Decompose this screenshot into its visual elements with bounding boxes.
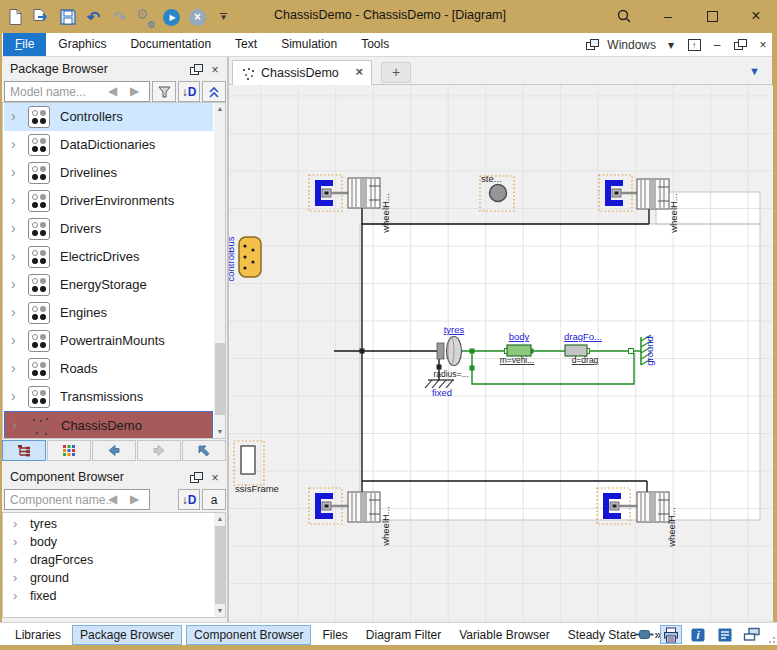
package-item-driverenvironments[interactable]: ›DriverEnvironments <box>4 187 213 215</box>
component-item-ground[interactable]: ›ground <box>4 569 213 587</box>
statusbar-libraries[interactable]: Libraries <box>8 626 68 644</box>
menu-graphics[interactable]: Graphics <box>46 33 118 56</box>
alpha-sort-button[interactable]: a <box>202 489 226 510</box>
scroll-up-icon[interactable]: ▲ <box>214 103 226 115</box>
package-item-powertrainmounts[interactable]: ›PowertrainMounts <box>4 327 213 355</box>
steering-component[interactable] <box>490 185 507 202</box>
expand-chevron-icon[interactable]: › <box>11 192 16 208</box>
float-panel-icon[interactable] <box>188 470 204 485</box>
maximize-icon[interactable] <box>701 5 723 27</box>
diagram-canvas[interactable]: wheelH...wheelH...wheelH...wheelH...ste.… <box>228 85 772 622</box>
redo-icon[interactable]: ↷ <box>110 8 129 27</box>
package-item-transmissions[interactable]: ›Transmissions <box>4 383 213 411</box>
statusbar-package-browser[interactable]: Package Browser <box>72 625 182 645</box>
package-item-drivelines[interactable]: ›Drivelines <box>4 159 213 187</box>
scroll-up-icon[interactable]: ▲ <box>214 513 226 525</box>
resize-grip[interactable] <box>766 634 775 643</box>
open-file-icon[interactable] <box>32 8 51 27</box>
minimize-icon[interactable]: – <box>709 38 725 53</box>
menu-file[interactable]: File <box>3 33 46 56</box>
expand-chevron-icon[interactable]: › <box>11 276 16 292</box>
diagram-view-icon[interactable] <box>660 625 682 644</box>
menu-text[interactable]: Text <box>223 33 269 56</box>
statusbar-files[interactable]: Files <box>315 626 354 644</box>
sort-button[interactable]: ↓D <box>178 489 200 510</box>
package-item-roads[interactable]: ›Roads <box>4 355 213 383</box>
expand-chevron-icon[interactable]: › <box>11 388 16 404</box>
expand-chevron-icon[interactable]: › <box>13 552 17 567</box>
package-item-energystorage[interactable]: ›EnergyStorage <box>4 271 213 299</box>
wheel-hub-front-left[interactable] <box>315 178 380 208</box>
float-panel-icon[interactable] <box>188 62 204 77</box>
close-icon[interactable]: × <box>745 5 767 27</box>
expand-chevron-icon[interactable]: › <box>11 360 16 376</box>
close-icon[interactable]: × <box>755 38 771 53</box>
control-bus-component[interactable] <box>239 237 261 277</box>
component-item-dragForces[interactable]: ›dragForces <box>4 551 213 569</box>
float-up-icon[interactable]: ↑ <box>686 38 702 53</box>
statusbar-diagram-filter[interactable]: Diagram Filter <box>359 626 448 644</box>
forward-arrow-icon[interactable]: ▶ <box>130 84 139 98</box>
run-icon[interactable]: ▶ <box>162 8 181 27</box>
expand-chevron-icon[interactable]: › <box>11 304 16 320</box>
minimize-icon[interactable]: – <box>657 5 679 27</box>
expand-chevron-icon[interactable]: › <box>11 164 16 180</box>
menu-tools[interactable]: Tools <box>349 33 401 56</box>
windows-menu-label[interactable]: Windows <box>607 38 656 52</box>
tab-list-dropdown-icon[interactable]: ▼ <box>749 65 760 77</box>
statusbar-steady-state[interactable]: Steady State <box>561 626 644 644</box>
sort-button[interactable]: ↓D <box>178 81 200 102</box>
dropdown-arrow-icon[interactable]: ▾ <box>663 38 679 53</box>
scroll-down-icon[interactable]: ▼ <box>214 426 226 438</box>
restore-icon[interactable] <box>732 38 748 53</box>
tree-view-button[interactable] <box>2 440 46 461</box>
forward-arrow-icon[interactable]: ▶ <box>130 492 139 506</box>
class-view-icon[interactable] <box>741 625 763 644</box>
package-item-drivers[interactable]: ›Drivers <box>4 215 213 243</box>
tree-scrollbar[interactable]: ▲▼ <box>214 103 226 438</box>
package-item-controllers[interactable]: ›Controllers <box>4 103 213 131</box>
scroll-thumb[interactable] <box>215 526 225 604</box>
package-item-engines[interactable]: ›Engines <box>4 299 213 327</box>
expand-chevron-icon[interactable]: › <box>13 588 17 603</box>
package-item-datadictionaries[interactable]: ›DataDictionaries <box>4 131 213 159</box>
component-name-search-input[interactable] <box>4 489 150 510</box>
component-view-icon[interactable] <box>633 625 655 644</box>
menu-simulation[interactable]: Simulation <box>269 33 349 56</box>
model-name-search-input[interactable] <box>4 81 150 102</box>
new-tab-button[interactable]: + <box>381 62 411 83</box>
package-item-chassisdemo[interactable]: ›ChassisDemo <box>4 411 213 439</box>
package-item-electricdrives[interactable]: ›ElectricDrives <box>4 243 213 271</box>
back-arrow-icon[interactable]: ◀ <box>108 84 117 98</box>
expand-chevron-icon[interactable]: › <box>11 136 16 152</box>
expand-chevron-icon[interactable]: › <box>11 332 16 348</box>
chassis-frame-component[interactable] <box>241 446 255 474</box>
collapse-all-button[interactable] <box>202 81 226 102</box>
close-panel-icon[interactable]: × <box>207 470 223 485</box>
back-arrow-icon[interactable]: ◀ <box>108 492 117 506</box>
go-to-parent-button[interactable] <box>182 440 226 461</box>
expand-chevron-icon[interactable]: › <box>13 534 17 549</box>
expand-chevron-icon[interactable]: › <box>13 570 17 585</box>
settings-gears-icon[interactable]: ⚙⚙ <box>136 8 155 27</box>
statusbar-component-browser[interactable]: Component Browser <box>186 625 311 645</box>
history-forward-button[interactable] <box>137 440 181 461</box>
scroll-thumb[interactable] <box>215 343 225 415</box>
history-back-button[interactable] <box>92 440 136 461</box>
close-panel-icon[interactable]: × <box>207 62 223 77</box>
component-item-body[interactable]: ›body <box>4 533 213 551</box>
filter-button[interactable] <box>152 81 176 102</box>
wheel-hub-front-right[interactable] <box>605 179 669 209</box>
tab-close-icon[interactable]: × <box>355 64 363 79</box>
expand-chevron-icon[interactable]: › <box>11 108 16 124</box>
text-view-icon[interactable] <box>714 625 736 644</box>
expand-chevron-icon[interactable]: › <box>12 417 17 433</box>
undo-icon[interactable]: ↶ <box>84 8 103 27</box>
component-item-tyres[interactable]: ›tyres <box>4 515 213 533</box>
cascade-windows-icon[interactable] <box>584 38 600 53</box>
expand-chevron-icon[interactable]: › <box>11 248 16 264</box>
wheel-hub-rear-left[interactable] <box>315 492 380 522</box>
expand-chevron-icon[interactable]: › <box>13 516 17 531</box>
search-icon[interactable] <box>613 5 635 27</box>
new-file-icon[interactable] <box>6 8 25 27</box>
